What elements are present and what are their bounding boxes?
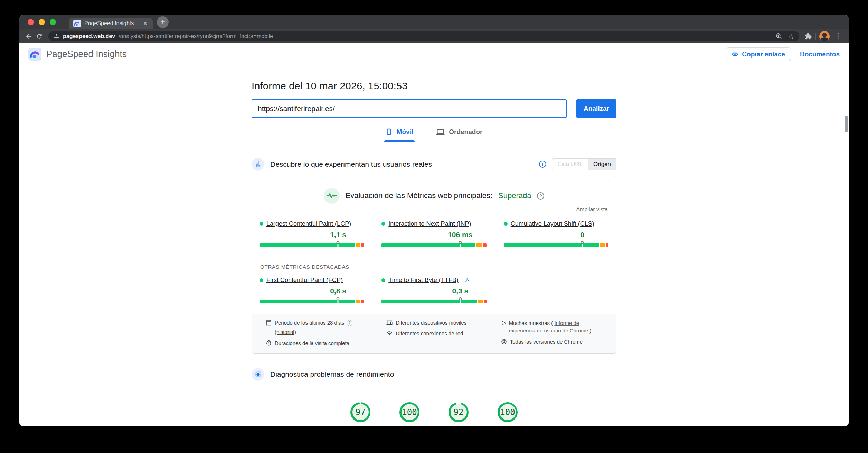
expand-view-link[interactable]: Ampliar vista xyxy=(252,206,616,213)
bar-red xyxy=(361,300,364,303)
assessment-label: Evaluación de las Métricas web principal… xyxy=(346,191,493,200)
pagespeed-favicon-icon xyxy=(73,20,81,27)
category-scores: 97 Rendimiento 100 Accesibilidad 92 xyxy=(252,402,616,426)
tab-inactive-indicator xyxy=(435,140,484,142)
metric-inp: Interaction to Next Paint (INP) 106 ms xyxy=(381,220,486,248)
phone-icon xyxy=(386,128,393,136)
info-icon[interactable] xyxy=(539,161,546,168)
footnote-samples: Muchas muestras ( Informe de experiencia… xyxy=(501,319,602,335)
pagespeed-logo xyxy=(28,48,41,61)
bar-orange xyxy=(600,243,605,247)
tab-desktop-label: Ordenador xyxy=(449,128,482,136)
metric-lcp: Largest Contentful Paint (LCP) 1,1 s xyxy=(260,220,364,248)
bar-marker xyxy=(459,297,462,305)
close-tab-icon[interactable] xyxy=(142,20,149,27)
history-link[interactable]: (historial) xyxy=(275,329,296,336)
address-bar[interactable]: pagespeed.web.dev/analysis/https-santife… xyxy=(48,31,799,41)
back-icon[interactable] xyxy=(25,32,32,40)
report-title: Informe del 10 mar 2026, 15:00:53 xyxy=(252,80,616,92)
bar-orange xyxy=(356,300,360,303)
score-performance[interactable]: 97 Rendimiento xyxy=(336,402,385,426)
metric-link[interactable]: Interaction to Next Paint (INP) xyxy=(388,220,471,228)
tab-mobile[interactable]: Móvil xyxy=(384,128,415,142)
fullscreen-window-button[interactable] xyxy=(50,19,56,25)
bar-orange xyxy=(476,243,482,247)
bar-green xyxy=(504,243,599,247)
lab-heading: Diagnostica problemas de rendimiento xyxy=(270,370,394,378)
site-settings-icon[interactable] xyxy=(53,33,59,39)
minimize-window-button[interactable] xyxy=(39,19,45,25)
device-tabs: Móvil Ordenador xyxy=(252,128,616,142)
samples-prefix: Muchas muestras ( xyxy=(509,320,553,326)
browser-menu-icon[interactable] xyxy=(833,32,843,40)
metric-link[interactable]: First Contentful Paint (FCP) xyxy=(266,277,343,284)
diagnose-icon xyxy=(252,368,264,381)
bar-orange xyxy=(478,300,483,303)
analyze-button[interactable]: Analizar xyxy=(576,99,616,118)
close-window-button[interactable] xyxy=(28,19,34,25)
score-gauge: 100 xyxy=(498,402,518,422)
toggle-origin[interactable]: Origen xyxy=(588,158,616,170)
zoom-icon[interactable] xyxy=(775,33,782,40)
link-icon xyxy=(732,51,738,58)
crux-heading: Descubre lo que experimentan tus usuario… xyxy=(270,160,432,168)
experimental-flask-icon xyxy=(464,277,470,283)
scrollbar-thumb[interactable] xyxy=(845,116,848,132)
page-header: PageSpeed Insights Copiar enlace Documen… xyxy=(19,43,849,65)
real-users-icon xyxy=(252,158,264,171)
score-value: 100 xyxy=(500,404,516,420)
browser-tab[interactable]: PageSpeed Insights xyxy=(69,18,153,29)
score-seo[interactable]: 100 SEO xyxy=(483,402,532,426)
laptop-icon xyxy=(436,128,445,136)
extensions-icon[interactable] xyxy=(805,33,812,40)
url-host: pagespeed.web.dev xyxy=(63,33,115,39)
crux-card: Evaluación de las Métricas web principal… xyxy=(252,176,616,354)
samples-icon xyxy=(501,320,507,326)
metric-value: 0,8 s xyxy=(330,287,346,295)
score-accessibility[interactable]: 100 Accesibilidad xyxy=(385,402,434,426)
distribution-bar xyxy=(504,243,608,247)
help-icon[interactable] xyxy=(537,192,544,200)
good-dot-icon xyxy=(504,222,508,226)
bar-green xyxy=(381,300,477,303)
bar-marker xyxy=(337,241,340,249)
metric-link[interactable]: Cumulative Layout Shift (CLS) xyxy=(511,220,594,228)
metric-ttfb: Time to First Byte (TTFB) 0,3 s xyxy=(381,277,486,304)
browser-window: PageSpeed Insights pagespeed.web.dev/ana… xyxy=(19,15,849,426)
chrome-icon xyxy=(501,339,507,345)
good-dot-icon xyxy=(381,222,385,226)
metric-value: 106 ms xyxy=(448,231,472,239)
metric-value: 0,3 s xyxy=(452,287,468,295)
good-dot-icon xyxy=(260,278,263,282)
score-best-practices[interactable]: 92 Prácticas recomendadas xyxy=(434,402,483,426)
tab-desktop[interactable]: Ordenador xyxy=(435,128,484,142)
metric-fcp: First Contentful Paint (FCP) 0,8 s xyxy=(260,277,364,304)
reload-icon[interactable] xyxy=(36,33,43,40)
pagespeed-page: PageSpeed Insights Copiar enlace Documen… xyxy=(19,43,849,426)
footnote-durations: Duraciones de la visita completa xyxy=(266,340,367,347)
footnote-versions-text: Todas las versiones de Chrome xyxy=(510,338,583,345)
metric-value: 0 xyxy=(580,231,584,239)
bar-red xyxy=(484,300,487,303)
documents-link[interactable]: Documentos xyxy=(800,50,840,58)
tab-title: PageSpeed Insights xyxy=(84,20,138,27)
bar-red xyxy=(606,243,608,247)
metric-value: 1,1 s xyxy=(330,231,346,239)
new-tab-button[interactable] xyxy=(157,16,169,28)
bookmark-star-icon[interactable] xyxy=(788,33,794,40)
distribution-bar xyxy=(381,243,486,247)
profile-avatar[interactable] xyxy=(819,31,830,41)
metric-link[interactable]: Largest Contentful Paint (LCP) xyxy=(266,220,351,228)
url-path: /analysis/https-santiferirepair-es/rynn9… xyxy=(119,33,273,39)
copy-link-button[interactable]: Copiar enlace xyxy=(726,47,791,61)
bar-green xyxy=(260,243,355,247)
metric-link[interactable]: Time to First Byte (TTFB) xyxy=(388,277,458,284)
toggle-this-url[interactable]: Esta URL xyxy=(552,158,588,170)
help-icon[interactable] xyxy=(347,320,352,326)
url-input[interactable] xyxy=(252,99,567,118)
distribution-bar xyxy=(381,300,486,303)
bar-marker xyxy=(337,297,340,305)
footnote-durations-text: Duraciones de la visita completa xyxy=(275,340,349,347)
score-gauge: 100 xyxy=(399,402,419,422)
app-title: PageSpeed Insights xyxy=(46,49,127,59)
